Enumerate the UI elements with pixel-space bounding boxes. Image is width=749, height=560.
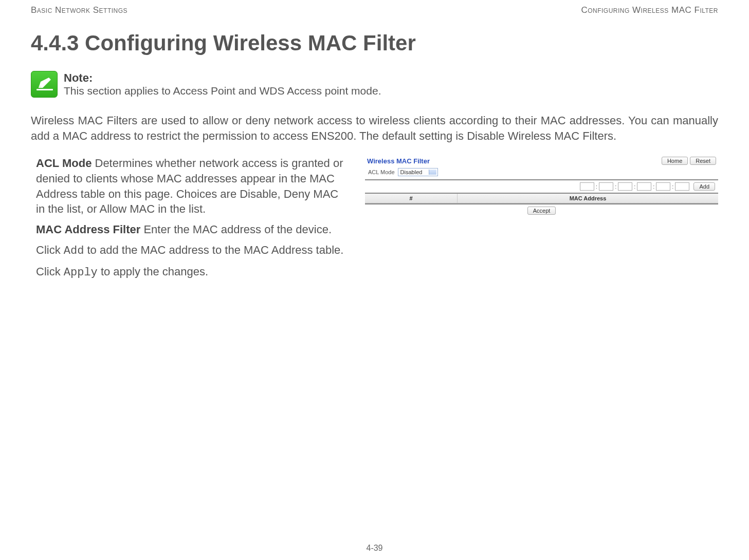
note-text: This section applies to Access Point and… — [64, 85, 381, 97]
acl-mode-select[interactable]: Disabled — [398, 168, 439, 176]
home-button[interactable]: Home — [662, 157, 688, 165]
apply-pre: Click — [36, 265, 64, 278]
mac-octet-5[interactable] — [656, 182, 670, 191]
mac-octet-1[interactable] — [580, 182, 594, 191]
svg-rect-0 — [36, 89, 53, 90]
def-apply-line: Click Apply to apply the changes. — [36, 264, 350, 281]
colon-icon: : — [633, 183, 636, 190]
note-block: Note: This section applies to Access Poi… — [31, 71, 718, 98]
term-mac-filter: MAC Address Filter — [36, 223, 140, 236]
note-pencil-icon — [31, 71, 58, 98]
intro-paragraph: Wireless MAC Filters are used to allow o… — [31, 113, 718, 143]
colon-icon: : — [614, 183, 617, 190]
mac-octet-6[interactable] — [675, 182, 689, 191]
acl-mode-row: ACL Mode Disabled — [365, 166, 718, 178]
definitions-column: ACL Mode Determines whether network acce… — [31, 156, 350, 285]
col-header-mac: MAC Address — [458, 194, 718, 203]
add-pre: Click — [36, 244, 64, 256]
def-mac-filter: MAC Address Filter Enter the MAC address… — [36, 222, 350, 237]
mac-input-row: : : : : : Add — [365, 179, 718, 194]
content-row: ACL Mode Determines whether network acce… — [31, 156, 718, 285]
ui-screenshot-mock: Wireless MAC Filter Home Reset ACL Mode … — [365, 156, 718, 217]
page-header: Basic Network Settings Configuring Wirel… — [31, 5, 718, 15]
colon-icon: : — [652, 183, 655, 190]
apply-button-text: Apply — [64, 266, 98, 279]
accept-button[interactable]: Accept — [527, 207, 556, 215]
acl-mode-label: ACL Mode — [368, 169, 395, 175]
colon-icon: : — [671, 183, 674, 190]
header-left: Basic Network Settings — [31, 5, 127, 15]
mac-octet-2[interactable] — [599, 182, 613, 191]
accept-row: Accept — [365, 204, 718, 217]
header-right: Configuring Wireless MAC Filter — [581, 5, 718, 15]
reset-button[interactable]: Reset — [690, 157, 716, 165]
ui-title-row: Wireless MAC Filter Home Reset — [365, 156, 718, 166]
colon-icon: : — [595, 183, 598, 190]
add-button-text: Add — [64, 245, 84, 257]
col-header-number: # — [365, 194, 458, 203]
def-add-line: Click Add to add the MAC address to the … — [36, 242, 350, 259]
def-acl: ACL Mode Determines whether network acce… — [36, 156, 350, 217]
mac-table-header: # MAC Address — [365, 194, 718, 203]
term-acl-mode: ACL Mode — [36, 157, 92, 170]
mac-octet-3[interactable] — [618, 182, 632, 191]
apply-post: to apply the changes. — [98, 265, 208, 278]
note-label: Note: — [64, 71, 381, 85]
ui-panel-title: Wireless MAC Filter — [367, 157, 430, 165]
add-post: to add the MAC address to the MAC Addres… — [84, 244, 343, 256]
mac-octet-4[interactable] — [637, 182, 651, 191]
acl-mode-value: Disabled — [400, 169, 423, 175]
desc-mac-filter: Enter the MAC address of the device. — [140, 223, 332, 236]
add-button[interactable]: Add — [693, 182, 715, 191]
page-number: 4-39 — [0, 544, 749, 553]
section-title: 4.4.3 Configuring Wireless MAC Filter — [31, 31, 718, 55]
